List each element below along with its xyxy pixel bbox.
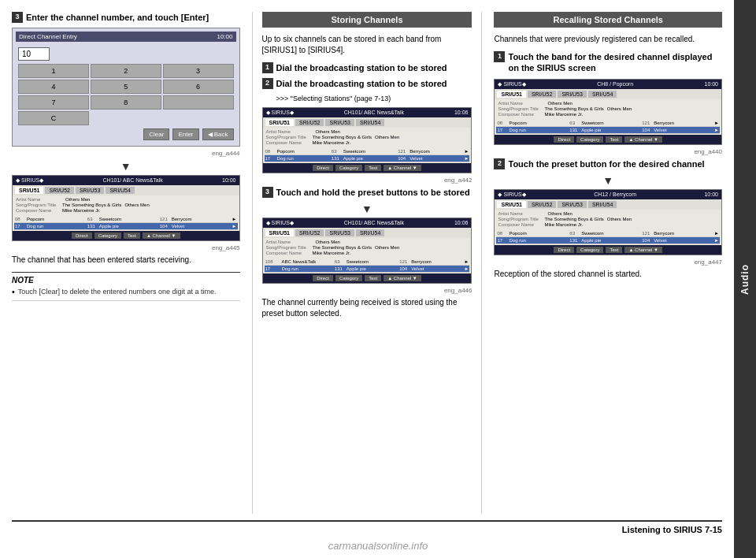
mid1-ch4[interactable]: SRI/U54 — [356, 119, 384, 126]
mid1-category-btn[interactable]: Category — [335, 165, 362, 171]
dce-btn-4[interactable]: 4 — [18, 80, 89, 94]
right2-ch4[interactable]: SRI/U54 — [588, 201, 617, 208]
channel-bar: SRI/U51 SRI/U52 SRI/U53 SRI/U54 — [13, 185, 239, 195]
ch-tab-2[interactable]: SRI/U52 — [45, 187, 73, 194]
dce-btn-6[interactable]: 6 — [163, 80, 234, 94]
mid1-text-btn[interactable]: Text — [365, 165, 381, 171]
arrow-down-right: ▼ — [494, 174, 722, 187]
mid2-channel: CH101/ ABC News&Talk — [344, 220, 404, 226]
arrow-down-1: ▼ — [12, 160, 240, 173]
mid2-list-item-2: 17Dog run 131Apple pie 104Velvet ► — [265, 266, 470, 273]
watermark: carmanualsonline.info — [328, 540, 428, 552]
mid1-direct-btn[interactable]: Direct — [313, 165, 333, 171]
step2-marker-mid: 2 — [262, 78, 273, 89]
dce-clear-btn[interactable]: Clear — [143, 128, 169, 140]
dce-title: Direct Channel Entry — [19, 33, 77, 40]
mid2-category-btn[interactable]: Category — [335, 275, 362, 281]
storing-channels-header: Storing Channels — [262, 12, 472, 28]
dce-btn-3[interactable]: 3 — [163, 64, 234, 78]
dce-btn-8[interactable]: 8 — [91, 95, 161, 110]
mid2-channel-btn[interactable]: ▲ Channel ▼ — [384, 275, 421, 281]
right2-direct-btn[interactable]: Direct — [554, 247, 574, 253]
mid1-ch2[interactable]: SRI/U52 — [295, 119, 324, 126]
right2-top: ◆ SIRIUS◆ CH12 / Berrycom 10:00 — [495, 190, 721, 199]
dce-enter-btn[interactable]: Enter — [172, 128, 198, 140]
mid1-list: 08Popcorn 63Sweetcorn 121Berrycom ► 17Do… — [263, 147, 472, 163]
mid1-info: Artist NameOthers Men Song/Program Title… — [263, 128, 472, 147]
right2-channel-btn[interactable]: ▲ Channel ▼ — [624, 247, 662, 253]
mid1-channel-btn[interactable]: ▲ Channel ▼ — [384, 165, 421, 171]
dce-back-btn[interactable]: ◀ Back — [202, 128, 234, 140]
main-content: 3 Enter the channel number, and touch [E… — [0, 0, 734, 558]
right2-category-btn[interactable]: Category — [576, 247, 603, 253]
ch-tab-3[interactable]: SRI/U53 — [76, 187, 104, 194]
mid1-ch1[interactable]: SRI/U51 — [265, 119, 294, 126]
step2-title-right: 2 Touch the preset button for the desire… — [494, 158, 722, 169]
mid2-direct-btn[interactable]: Direct — [313, 275, 333, 281]
right2-time: 10:00 — [704, 192, 718, 198]
right1-ch2[interactable]: SRI/U52 — [528, 91, 556, 98]
sirius-bottom-bar: Direct Category Text ▲ Channel ▼ — [13, 231, 239, 240]
text-btn[interactable]: Text — [124, 232, 140, 239]
ch-tab-1[interactable]: SRI/U51 — [15, 187, 43, 194]
right1-ch1[interactable]: SRI/U51 — [497, 91, 525, 98]
right2-channel-bar: SRI/U51 SRI/U52 SRI/U53 SRI/U54 — [495, 199, 721, 210]
mid2-ch1[interactable]: SRI/U51 — [265, 229, 294, 236]
dce-btn-2[interactable]: 2 — [91, 64, 161, 78]
mid1-time: 10:06 — [454, 110, 469, 116]
mid1-bottom: Direct Category Text ▲ Channel ▼ — [263, 163, 472, 173]
right-caption1: eng_a440 — [494, 148, 722, 155]
dce-btn-5[interactable]: 5 — [91, 80, 161, 94]
dce-btn-1[interactable]: 1 — [18, 64, 89, 78]
right2-ch2[interactable]: SRI/U52 — [528, 201, 556, 208]
dce-title-bar: Direct Channel Entry 10:00 — [16, 32, 236, 42]
mid2-text-btn[interactable]: Text — [365, 275, 381, 281]
right1-channel-btn[interactable]: ▲ Channel ▼ — [624, 136, 662, 143]
screen1-caption: eng_a444 — [12, 150, 240, 157]
right1-ch3[interactable]: SRI/U53 — [558, 91, 586, 98]
right1-ch4[interactable]: SRI/U54 — [588, 91, 617, 98]
right1-channel-bar: SRI/U51 SRI/U52 SRI/U53 SRI/U54 — [495, 89, 721, 99]
sirius-top-bar: ◆ SIRIUS◆ CH101/ ABC News&Talk 10:00 — [13, 176, 239, 185]
dce-btn-7[interactable]: 7 — [18, 95, 89, 110]
dce-input[interactable]: 10 — [18, 47, 50, 61]
right1-list-item-2: 17Dog run 131Apple pie 104Velvet ► — [496, 127, 720, 134]
sirius-logo: ◆ SIRIUS◆ — [16, 177, 43, 184]
right1-list-item-1: 08Popcorn 63Sweetcorn 121Berrycom ► — [496, 120, 720, 127]
sirius-screen-right2: ◆ SIRIUS◆ CH12 / Berrycom 10:00 SRI/U51 … — [494, 189, 722, 255]
mid2-ch3[interactable]: SRI/U53 — [325, 229, 354, 236]
right2-ch3[interactable]: SRI/U53 — [558, 201, 586, 208]
right1-category-btn[interactable]: Category — [576, 136, 603, 143]
dce-btn-c[interactable]: C — [18, 111, 89, 125]
mid2-top: ◆ SIRIUS◆ CH101/ ABC News&Talk 10:06 — [263, 218, 472, 228]
right1-time: 10:00 — [704, 81, 718, 87]
right-caption2: eng_a447 — [494, 259, 722, 266]
mid1-ch3[interactable]: SRI/U53 — [325, 119, 354, 126]
right2-list-item-1: 08Popcorn 63Sweetcorn 121Berrycom ► — [496, 230, 720, 237]
sirius-screen-mid2: ◆ SIRIUS◆ CH101/ ABC News&Talk 10:06 SRI… — [262, 218, 472, 284]
direct-btn[interactable]: Direct — [72, 232, 92, 239]
category-btn[interactable]: Category — [94, 232, 121, 239]
right1-text-btn[interactable]: Text — [606, 136, 622, 143]
step3-title-mid: 3 Touch and hold the preset buttons to b… — [262, 187, 472, 198]
arrow-down-mid: ▼ — [262, 203, 472, 215]
columns: 3 Enter the channel number, and touch [E… — [12, 12, 722, 514]
step1-title-right: 1 Touch the band for the desired channel… — [494, 51, 722, 74]
mid2-ch4[interactable]: SRI/U54 — [356, 229, 384, 236]
sidebar-label: Audio — [739, 264, 750, 295]
note-bullet: • Touch [Clear] to delete the entered nu… — [12, 287, 240, 297]
right2-ch1[interactable]: SRI/U51 — [497, 201, 525, 208]
mid2-time: 10:06 — [454, 220, 469, 226]
step2-title-mid: 2 Dial the broadcasting station to be st… — [262, 78, 472, 89]
channel-btn[interactable]: ▲ Channel ▼ — [143, 232, 180, 239]
right2-text-btn[interactable]: Text — [606, 247, 622, 253]
screen2-caption: eng_a445 — [12, 244, 240, 251]
note-title: NOTE — [12, 276, 240, 285]
right1-direct-btn[interactable]: Direct — [554, 136, 574, 143]
ch-tab-4[interactable]: SRI/U54 — [106, 187, 134, 194]
mid1-list-item-1: 08Popcorn 63Sweetcorn 121Berrycom ► — [265, 148, 470, 155]
step2-marker-right: 2 — [494, 158, 505, 169]
col-left: 3 Enter the channel number, and touch [E… — [12, 12, 252, 514]
mid2-ch2[interactable]: SRI/U52 — [295, 229, 324, 236]
mid1-channel: CH101/ ABC News&Talk — [344, 110, 404, 116]
